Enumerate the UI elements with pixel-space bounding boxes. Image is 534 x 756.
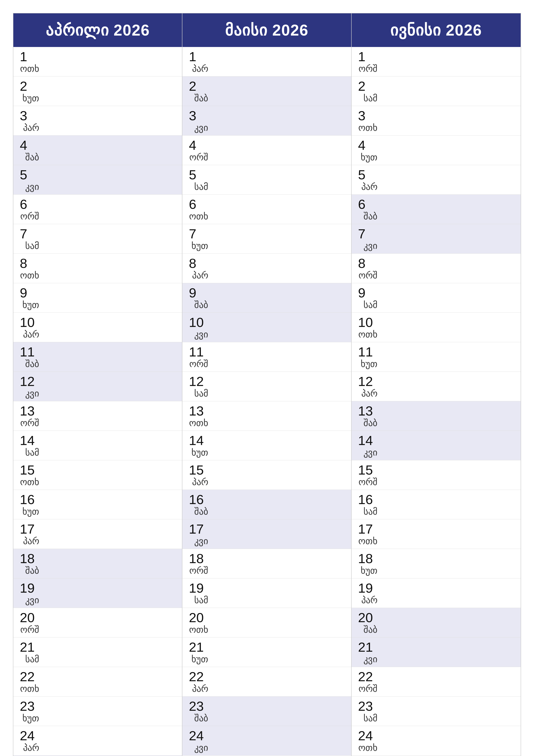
day-number-1-0: 1	[189, 50, 208, 63]
day-number-2-13: 14	[358, 434, 377, 447]
day-number-2-4: 5	[358, 168, 377, 181]
day-row-0-15: 16ხუთ	[13, 490, 182, 519]
day-row-1-6: 7ხუთ	[182, 224, 351, 254]
day-number-1-8: 9	[189, 286, 208, 300]
month-header-1: მაისი 2026	[182, 14, 351, 47]
day-name-0-5: ორშ	[20, 211, 39, 221]
day-number-1-13: 14	[189, 434, 208, 447]
day-name-2-13: კვი	[364, 447, 377, 457]
day-name-2-0: ორშ	[359, 63, 377, 73]
day-name-0-1: ხუთ	[22, 93, 39, 103]
day-row-0-7: 8ოთხ	[13, 254, 182, 283]
month-column-0: აპრილი 20261ოთხ2ხუთ3პარ4შაბ5კვი6ორშ7სამ8…	[13, 14, 182, 756]
day-number-2-3: 4	[358, 139, 377, 152]
day-name-1-14: პარ	[192, 477, 208, 487]
day-row-1-19: 20ოთხ	[182, 608, 351, 637]
day-name-1-16: კვი	[194, 536, 208, 546]
day-row-1-2: 3კვი	[182, 106, 351, 136]
day-number-0-20: 21	[20, 640, 39, 654]
day-number-0-16: 17	[20, 523, 39, 536]
day-name-2-18: პარ	[361, 595, 377, 605]
day-row-1-13: 14ხუთ	[182, 431, 351, 460]
day-number-0-4: 5	[20, 168, 39, 181]
day-name-2-15: სამ	[364, 506, 377, 516]
day-row-1-22: 23შაბ	[182, 696, 351, 726]
day-row-0-9: 10პარ	[13, 313, 182, 342]
day-name-0-20: სამ	[25, 654, 39, 664]
day-number-1-14: 15	[189, 463, 208, 477]
day-row-1-16: 17კვი	[182, 519, 351, 549]
day-row-0-21: 22ოთხ	[13, 667, 182, 696]
day-row-2-10: 11ხუთ	[352, 342, 521, 372]
day-row-1-14: 15პარ	[182, 460, 351, 490]
day-number-1-16: 17	[189, 523, 208, 536]
day-number-2-7: 8	[358, 257, 377, 270]
day-row-2-22: 23სამ	[352, 696, 521, 726]
day-number-0-18: 19	[20, 581, 39, 595]
month-header-2: ივნისი 2026	[352, 14, 521, 47]
day-name-2-10: ხუთ	[361, 359, 377, 368]
day-name-2-22: სამ	[364, 713, 377, 723]
day-row-0-12: 13ორშ	[13, 401, 182, 431]
day-row-2-15: 16სამ	[352, 490, 521, 519]
day-name-0-11: კვი	[25, 388, 39, 398]
day-number-0-9: 10	[20, 316, 39, 329]
day-row-2-2: 3ოთხ	[352, 106, 521, 136]
day-number-2-15: 16	[358, 493, 377, 506]
day-number-1-19: 20	[189, 611, 208, 624]
day-number-2-17: 18	[358, 552, 377, 565]
day-name-1-23: კვი	[194, 742, 208, 752]
calendar-grid: აპრილი 20261ოთხ2ხუთ3პარ4შაბ5კვი6ორშ7სამ8…	[13, 13, 521, 756]
day-number-2-9: 10	[358, 316, 377, 329]
month-header-0: აპრილი 2026	[13, 14, 182, 47]
day-row-1-0: 1პარ	[182, 47, 351, 76]
day-number-0-15: 16	[20, 493, 39, 506]
day-row-0-5: 6ორშ	[13, 195, 182, 224]
day-number-2-16: 17	[358, 523, 377, 536]
day-name-1-9: კვი	[194, 329, 208, 339]
day-row-1-5: 6ოთხ	[182, 195, 351, 224]
day-name-0-3: შაბ	[25, 152, 39, 162]
day-row-0-0: 1ოთხ	[13, 47, 182, 76]
day-number-2-10: 11	[358, 345, 377, 359]
day-number-1-9: 10	[189, 316, 208, 329]
day-row-0-19: 20ორშ	[13, 608, 182, 637]
month-column-1: მაისი 20261პარ2შაბ3კვი4ორშ5სამ6ოთხ7ხუთ8პ…	[182, 14, 351, 756]
day-number-2-6: 7	[358, 227, 377, 240]
day-row-0-20: 21სამ	[13, 637, 182, 667]
day-name-2-4: პარ	[361, 181, 377, 191]
day-number-1-10: 11	[189, 345, 208, 359]
day-name-2-7: ორშ	[359, 270, 377, 280]
day-row-0-10: 11შაბ	[13, 342, 182, 372]
day-name-1-12: ოთხ	[189, 418, 208, 428]
day-row-1-20: 21ხუთ	[182, 637, 351, 667]
day-number-1-23: 24	[189, 729, 208, 742]
day-number-2-21: 22	[358, 670, 377, 683]
day-number-0-2: 3	[20, 109, 39, 122]
day-name-0-12: ორშ	[20, 418, 39, 428]
day-number-1-17: 18	[189, 552, 208, 565]
day-number-0-0: 1	[20, 50, 39, 63]
day-row-2-9: 10ოთხ	[352, 313, 521, 342]
month-column-2: ივნისი 20261ორშ2სამ3ოთხ4ხუთ5პარ6შაბ7კვი8…	[352, 14, 521, 756]
day-name-1-10: ორშ	[189, 359, 208, 368]
day-name-2-21: ორშ	[359, 683, 377, 693]
day-row-2-6: 7კვი	[352, 224, 521, 254]
day-name-0-14: ოთხ	[20, 477, 39, 487]
day-row-0-23: 24პარ	[13, 726, 182, 756]
day-name-2-20: კვი	[364, 654, 377, 664]
day-name-0-22: ხუთ	[22, 713, 39, 723]
day-name-2-19: შაბ	[364, 624, 377, 634]
day-name-0-23: პარ	[23, 742, 39, 752]
day-name-1-3: ორშ	[189, 152, 208, 162]
day-name-2-5: შაბ	[364, 211, 377, 221]
day-row-0-13: 14სამ	[13, 431, 182, 460]
day-name-0-10: შაბ	[25, 359, 39, 368]
day-row-0-3: 4შაბ	[13, 136, 182, 165]
day-name-0-9: პარ	[23, 329, 39, 339]
day-name-1-0: პარ	[192, 63, 208, 73]
day-name-2-3: ხუთ	[361, 152, 377, 162]
day-number-0-5: 6	[20, 198, 39, 211]
day-row-0-16: 17პარ	[13, 519, 182, 549]
day-number-0-21: 22	[20, 670, 39, 683]
